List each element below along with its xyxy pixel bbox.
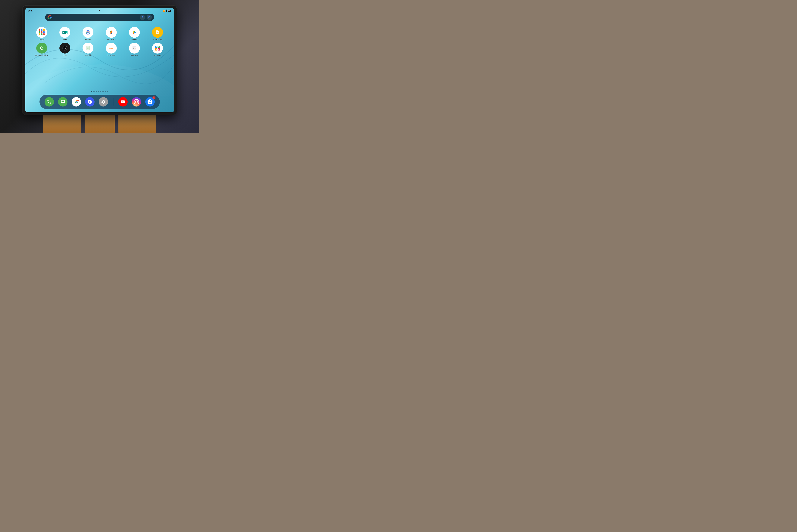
tablet-device: 20:57 📶 ▐ 96 (22, 6, 177, 115)
status-icons: 📶 ▐ 96 (163, 10, 171, 12)
app-google[interactable]: Google (33, 27, 50, 40)
status-time: 20:57 (28, 10, 34, 12)
dock-phone[interactable] (44, 97, 54, 107)
app-keep-label: Notatki Keep (153, 39, 163, 40)
app-row-2: Menedżer tabletu Zegar (30, 43, 169, 56)
svg-point-10 (86, 32, 88, 34)
dot-7[interactable] (105, 91, 106, 92)
dock: 3 (39, 95, 160, 109)
dot-4[interactable] (98, 91, 99, 92)
app-meet-label: Meet (63, 39, 67, 40)
svg-marker-4 (66, 31, 68, 34)
page-dots (91, 91, 108, 92)
app-notes-label: Notatki (85, 54, 91, 56)
search-lens-button[interactable] (147, 15, 152, 20)
app-google-label: Google (39, 39, 44, 40)
google-logo (48, 15, 52, 20)
app-tabmanager-label: Menedżer tabletu (35, 54, 48, 56)
dot-1[interactable] (91, 91, 92, 92)
keep-icon (152, 27, 163, 38)
dock-settings[interactable] (99, 97, 108, 107)
dock-instagram[interactable] (132, 97, 141, 107)
svg-rect-5 (63, 32, 64, 33)
dock-facebook[interactable]: 3 (145, 97, 155, 107)
app-tools-label: Narzędzia (154, 54, 162, 56)
app-grid: Google Meet (30, 27, 169, 58)
meet-icon (59, 27, 70, 38)
dot-6[interactable] (103, 91, 104, 92)
app-calc-label: Kalkulator (131, 54, 138, 56)
facebook-badge: 3 (152, 96, 155, 99)
svg-rect-39 (133, 46, 135, 47)
svg-point-2 (149, 17, 149, 17)
svg-point-13 (110, 31, 111, 32)
dock-gallery[interactable] (85, 97, 95, 107)
app-kids-space[interactable]: Kids Space (103, 27, 120, 40)
app-row-1: Google Meet (30, 27, 169, 40)
dock-divider (113, 98, 113, 106)
svg-point-44 (156, 46, 157, 48)
app-assistant[interactable]: Asystent (79, 27, 96, 40)
svg-point-9 (89, 32, 90, 34)
dot-8[interactable] (107, 91, 108, 92)
app-notes[interactable]: Notatki (79, 43, 96, 56)
svg-point-11 (88, 32, 89, 33)
search-mic-button[interactable] (140, 15, 145, 20)
signal-icon: ▐ (166, 10, 167, 12)
svg-text:realme: realme (109, 48, 113, 49)
tools-icon (152, 43, 163, 54)
dot-2[interactable] (93, 91, 95, 92)
wifi-icon: 📶 (163, 10, 165, 12)
dot-5[interactable] (100, 91, 101, 92)
home-indicator[interactable] (90, 111, 109, 111)
app-assistant-label: Asystent (85, 39, 91, 40)
clock-icon (59, 43, 70, 54)
app-keep[interactable]: Notatki Keep (149, 27, 166, 40)
battery-indicator: 96 (168, 10, 171, 12)
svg-point-25 (64, 48, 65, 48)
svg-point-20 (41, 48, 42, 49)
search-bar[interactable] (45, 14, 154, 21)
tablet-manager-icon (36, 43, 47, 54)
app-community[interactable]: realme Community (103, 43, 120, 56)
app-clock[interactable]: Zegar (56, 43, 73, 56)
community-icon: realme (106, 43, 117, 54)
dock-chrome[interactable] (72, 97, 81, 107)
calculator-icon: × ÷ + − (129, 43, 140, 54)
notes-icon (82, 43, 93, 54)
svg-point-8 (88, 31, 89, 32)
app-meet[interactable]: Meet (56, 27, 73, 40)
app-tablet-manager[interactable]: Menedżer tabletu (33, 43, 50, 56)
svg-point-45 (158, 46, 160, 48)
dot-3[interactable] (96, 91, 97, 92)
dock-messages[interactable] (58, 97, 68, 107)
app-play-store[interactable]: Sklep Play (126, 27, 143, 40)
assistant-icon (82, 27, 93, 38)
kids-space-icon (106, 27, 117, 38)
svg-text:−: − (135, 48, 135, 49)
play-store-icon (129, 27, 140, 38)
svg-point-47 (158, 49, 160, 50)
app-calculator[interactable]: × ÷ + − Kalkulator (126, 43, 143, 56)
app-tools[interactable]: Narzędzia (149, 43, 166, 56)
svg-point-51 (76, 101, 77, 102)
dock-youtube[interactable] (118, 97, 128, 107)
svg-rect-17 (156, 32, 159, 33)
app-clock-label: Zegar (62, 54, 67, 56)
svg-point-31 (87, 47, 89, 49)
svg-text:+: + (133, 48, 134, 49)
svg-point-46 (156, 49, 157, 50)
svg-point-14 (112, 31, 112, 32)
app-kids-label: Kids Space (107, 39, 116, 40)
app-community-label: Community (107, 54, 116, 56)
tablet-screen: 20:57 📶 ▐ 96 (25, 8, 174, 112)
app-play-label: Sklep Play (130, 39, 138, 40)
google-icon (36, 27, 47, 38)
status-bar: 20:57 📶 ▐ 96 (28, 10, 171, 12)
